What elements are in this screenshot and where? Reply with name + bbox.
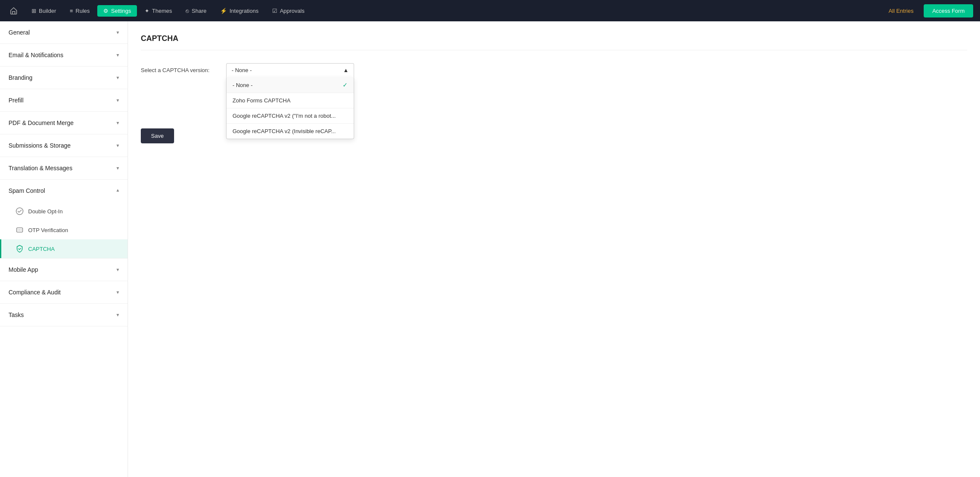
sidebar-section-spam: Spam Control ▾ Double Opt-In [0,180,128,259]
nav-integrations-label: Integrations [230,8,259,14]
sidebar-spam-header[interactable]: Spam Control ▾ [0,180,128,202]
chevron-down-icon: ▾ [116,29,119,35]
sidebar-submissions-label: Submissions & Storage [9,142,71,149]
builder-icon: ⊞ [32,8,36,14]
captcha-select-display[interactable]: - None - ▲ [226,63,354,77]
nav-settings[interactable]: ⚙ Settings [97,5,137,17]
sidebar-spam-label: Spam Control [9,187,45,194]
sidebar-translation-header[interactable]: Translation & Messages ▾ [0,157,128,179]
nav-approvals[interactable]: ☑ Approvals [266,5,311,17]
sidebar-tasks-label: Tasks [9,311,24,318]
double-opt-in-icon [15,207,24,215]
nav-integrations[interactable]: ⚡ Integrations [214,5,265,17]
nav-builder-label: Builder [39,8,56,14]
sidebar-section-compliance: Compliance & Audit ▾ [0,281,128,304]
svg-point-4 [21,230,22,230]
chevron-up-icon: ▾ [116,188,119,194]
sidebar-section-general: General ▾ [0,21,128,44]
dropdown-zoho-label: Zoho Forms CAPTCHA [233,97,291,104]
captcha-dropdown: - None - ✓ Zoho Forms CAPTCHA Google reC… [226,77,354,139]
sidebar: General ▾ Email & Notifications ▾ Brandi… [0,21,128,477]
themes-icon: ✦ [145,8,149,14]
sidebar-compliance-label: Compliance & Audit [9,289,61,296]
sidebar-item-double-opt-in[interactable]: Double Opt-In [0,202,128,221]
svg-point-0 [16,208,23,215]
dropdown-item-recaptcha-v2[interactable]: Google reCAPTCHA v2 ("I'm not a robot... [227,108,354,123]
chevron-down-icon: ▾ [116,97,119,103]
page-title: CAPTCHA [141,34,967,50]
sidebar-prefill-label: Prefill [9,97,23,104]
sidebar-email-header[interactable]: Email & Notifications ▾ [0,44,128,66]
nav-rules[interactable]: ≡ Rules [64,5,96,17]
chevron-down-icon: ▾ [116,312,119,318]
sidebar-section-prefill: Prefill ▾ [0,89,128,112]
nav-themes[interactable]: ✦ Themes [139,5,178,17]
spam-sub-items: Double Opt-In OTP Verification [0,202,128,258]
sidebar-section-branding: Branding ▾ [0,67,128,89]
chevron-down-icon: ▾ [116,120,119,126]
dropdown-recaptcha-invisible-label: Google reCAPTCHA v2 (Invisible reCAP... [233,128,336,134]
svg-point-2 [18,230,19,230]
chevron-down-icon: ▾ [116,289,119,295]
chevron-up-icon: ▲ [343,67,349,73]
otp-icon [15,226,24,234]
access-form-button[interactable]: Access Form [924,4,973,17]
otp-label: OTP Verification [28,227,68,233]
chevron-down-icon: ▾ [116,143,119,148]
sidebar-submissions-header[interactable]: Submissions & Storage ▾ [0,134,128,157]
nav-share-label: Share [192,8,206,14]
sidebar-section-email: Email & Notifications ▾ [0,44,128,67]
sidebar-tasks-header[interactable]: Tasks ▾ [0,304,128,326]
sidebar-prefill-header[interactable]: Prefill ▾ [0,89,128,111]
sidebar-pdf-header[interactable]: PDF & Document Merge ▾ [0,112,128,134]
sidebar-section-tasks: Tasks ▾ [0,304,128,326]
captcha-select-value: - None - [232,67,252,73]
home-button[interactable] [7,4,20,17]
double-opt-in-label: Double Opt-In [28,208,63,215]
nav-builder[interactable]: ⊞ Builder [26,5,62,17]
svg-point-3 [19,230,20,230]
all-entries-link[interactable]: All Entries [884,5,919,17]
main-content: CAPTCHA Select a CAPTCHA version: - None… [128,21,980,477]
dropdown-none-label: - None - [233,82,253,88]
captcha-label: CAPTCHA [28,246,55,252]
sidebar-branding-header[interactable]: Branding ▾ [0,67,128,89]
sidebar-section-mobile: Mobile App ▾ [0,259,128,281]
captcha-select-wrapper: - None - ▲ - None - ✓ Zoho Forms CAPTCHA… [226,63,354,77]
sidebar-mobile-header[interactable]: Mobile App ▾ [0,259,128,281]
check-icon: ✓ [343,81,348,88]
sidebar-section-submissions: Submissions & Storage ▾ [0,134,128,157]
captcha-select-label: Select a CAPTCHA version: [141,67,218,73]
rules-icon: ≡ [70,8,73,14]
dropdown-item-zoho[interactable]: Zoho Forms CAPTCHA [227,93,354,108]
sidebar-general-label: General [9,29,30,36]
chevron-down-icon: ▾ [116,267,119,273]
chevron-down-icon: ▾ [116,52,119,58]
chevron-down-icon: ▾ [116,165,119,171]
sidebar-item-captcha[interactable]: CAPTCHA [0,239,128,258]
save-button[interactable]: Save [141,128,174,143]
nav-share[interactable]: ⎋ Share [180,5,212,17]
sidebar-general-header[interactable]: General ▾ [0,21,128,44]
sidebar-compliance-header[interactable]: Compliance & Audit ▾ [0,281,128,303]
nav-rules-label: Rules [76,8,90,14]
integrations-icon: ⚡ [220,8,227,14]
sidebar-email-label: Email & Notifications [9,52,63,58]
sidebar-section-pdf: PDF & Document Merge ▾ [0,112,128,134]
sidebar-translation-label: Translation & Messages [9,165,73,172]
sidebar-section-translation: Translation & Messages ▾ [0,157,128,180]
sidebar-pdf-label: PDF & Document Merge [9,119,74,126]
sidebar-item-otp[interactable]: OTP Verification [0,221,128,239]
settings-icon: ⚙ [103,8,108,14]
chevron-down-icon: ▾ [116,75,119,81]
dropdown-recaptcha-v2-label: Google reCAPTCHA v2 ("I'm not a robot... [233,113,336,119]
sidebar-branding-label: Branding [9,74,32,81]
share-icon: ⎋ [186,8,189,14]
app-layout: General ▾ Email & Notifications ▾ Brandi… [0,21,980,477]
captcha-form-row: Select a CAPTCHA version: - None - ▲ - N… [141,63,967,77]
approvals-icon: ☑ [272,8,277,14]
captcha-shield-icon [15,244,24,253]
dropdown-item-recaptcha-invisible[interactable]: Google reCAPTCHA v2 (Invisible reCAP... [227,123,354,139]
dropdown-item-none[interactable]: - None - ✓ [227,77,354,93]
nav-approvals-label: Approvals [280,8,305,14]
